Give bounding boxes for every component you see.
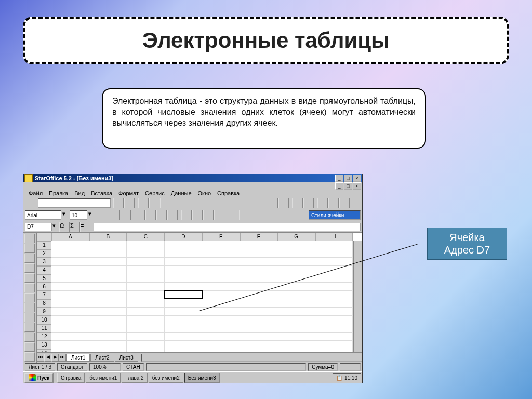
mdi-maximize-button[interactable]: □ [344, 182, 352, 190]
tab-prev-icon[interactable]: ◀ [44, 354, 51, 362]
tab-first-icon[interactable]: ⏮ [37, 354, 44, 362]
redo-icon[interactable] [232, 198, 242, 208]
row-header[interactable]: 9 [37, 308, 51, 316]
selected-cell-d7[interactable] [164, 290, 203, 299]
menu-file[interactable]: Файл [25, 190, 46, 197]
fontcolor-icon[interactable] [286, 210, 296, 220]
paste-icon[interactable] [207, 198, 217, 208]
grid[interactable]: A B C D E F G H 1 2 3 4 5 6 7 8 9 10 11 [37, 233, 362, 363]
menu-data[interactable]: Данные [168, 190, 195, 197]
copy-icon[interactable] [196, 198, 206, 208]
autofilter-icon[interactable] [24, 273, 35, 283]
col-header[interactable]: B [89, 233, 127, 241]
task-doc4[interactable]: Без имени3 [184, 373, 220, 383]
function-wizard-icon[interactable]: Ω [59, 222, 70, 232]
draw-icon[interactable] [24, 303, 35, 312]
undo-icon[interactable] [221, 198, 231, 208]
ungroup-icon[interactable] [24, 352, 35, 362]
inc-indent-icon[interactable] [250, 210, 260, 220]
sheet-tab-1[interactable]: Лист1 [66, 354, 90, 362]
col-header[interactable]: F [240, 233, 278, 241]
grid-icon[interactable] [317, 198, 328, 208]
tab-next-icon[interactable]: ▶ [51, 354, 59, 362]
row-header[interactable]: 11 [37, 324, 51, 332]
find-icon[interactable] [328, 198, 339, 208]
edit-icon[interactable] [149, 198, 159, 208]
dec-indent-icon[interactable] [239, 210, 249, 220]
cells-area[interactable] [51, 241, 353, 352]
chart-icon[interactable] [24, 283, 35, 292]
align-center-icon[interactable] [145, 210, 156, 220]
name-box[interactable]: D7 [25, 223, 52, 231]
print-icon[interactable] [171, 198, 181, 208]
save-icon[interactable] [160, 198, 170, 208]
align-right-icon[interactable] [156, 210, 167, 220]
mail-icon[interactable] [138, 198, 149, 208]
menu-insert[interactable]: Вставка [88, 190, 115, 197]
underline-icon[interactable] [121, 210, 131, 220]
form-icon[interactable] [24, 313, 35, 322]
row-header[interactable]: 1 [37, 241, 51, 249]
sum-icon[interactable]: Σ [70, 222, 80, 232]
titlebar[interactable]: StarOffice 5.2 - [Без имени3] _ □ × [23, 174, 362, 182]
menu-tools[interactable]: Сервис [142, 190, 168, 197]
sort-desc-icon[interactable] [303, 198, 314, 208]
gallery-icon[interactable] [278, 198, 289, 208]
row-header[interactable]: 4 [37, 266, 51, 274]
menu-edit[interactable]: Правка [46, 190, 71, 197]
menu-format[interactable]: Формат [115, 190, 142, 197]
col-header[interactable]: C [127, 233, 165, 241]
align-left-icon[interactable] [135, 210, 145, 220]
close-button[interactable]: × [353, 175, 361, 182]
row-header[interactable]: 2 [37, 249, 51, 258]
insert-cell-icon[interactable] [24, 234, 35, 243]
cut-icon[interactable] [185, 198, 195, 208]
number-icon[interactable] [203, 210, 214, 220]
horizontal-scrollbar[interactable] [141, 354, 362, 362]
hyperlink-icon[interactable] [268, 198, 278, 208]
size-dropdown-icon[interactable]: ▾ [88, 210, 95, 220]
open-icon[interactable] [25, 198, 35, 208]
row-header[interactable]: 10 [37, 316, 51, 324]
row-header[interactable]: 6 [37, 283, 51, 291]
task-doc2[interactable]: Глава 2 [122, 373, 147, 383]
row-header[interactable]: 7 [37, 291, 51, 299]
menu-view[interactable]: Вид [71, 190, 88, 197]
mdi-close-button[interactable]: × [353, 182, 361, 190]
system-tray[interactable]: 📋 11:10 [332, 373, 361, 382]
bgcolor-icon[interactable] [275, 210, 285, 220]
image-icon[interactable] [24, 293, 35, 302]
dec-decimal-icon[interactable] [225, 210, 235, 220]
start-button[interactable]: Пуск [24, 373, 54, 383]
font-name-select[interactable]: Arial [25, 210, 61, 220]
tab-last-icon[interactable]: ⏭ [59, 354, 66, 362]
group-icon[interactable] [24, 342, 35, 352]
sheet-tab-2[interactable]: Лист2 [90, 354, 114, 362]
col-header[interactable]: D [165, 233, 203, 241]
task-doc1[interactable]: без имени1 [86, 373, 121, 383]
mdi-minimize-button[interactable]: _ [335, 182, 343, 190]
col-header[interactable]: E [202, 233, 240, 241]
sort-asc-icon[interactable] [292, 198, 303, 208]
help-icon[interactable] [339, 198, 350, 208]
align-justify-icon[interactable] [167, 210, 178, 220]
col-header[interactable]: G [277, 233, 315, 241]
navigator-icon[interactable] [246, 198, 256, 208]
spellcheck-icon[interactable] [24, 263, 35, 273]
col-header[interactable]: A [51, 233, 89, 241]
currency-icon[interactable] [181, 210, 192, 220]
cell-styles-label[interactable]: Стили ячейки [309, 210, 361, 220]
percent-icon[interactable] [192, 210, 203, 220]
namebox-dropdown-icon[interactable]: ▾ [52, 222, 59, 232]
task-help[interactable]: Справка [57, 373, 85, 383]
insert-row-icon[interactable] [24, 244, 35, 253]
row-header[interactable]: 12 [37, 332, 51, 341]
menu-help[interactable]: Справка [214, 190, 243, 197]
task-doc3[interactable]: без имени2 [149, 373, 183, 383]
status-zoom[interactable]: 100% [89, 363, 121, 371]
row-header[interactable]: 5 [37, 274, 51, 283]
stylist-icon[interactable] [257, 198, 267, 208]
insert-col-icon[interactable] [24, 254, 35, 263]
col-header[interactable]: H [315, 233, 353, 241]
bold-icon[interactable] [99, 210, 109, 220]
